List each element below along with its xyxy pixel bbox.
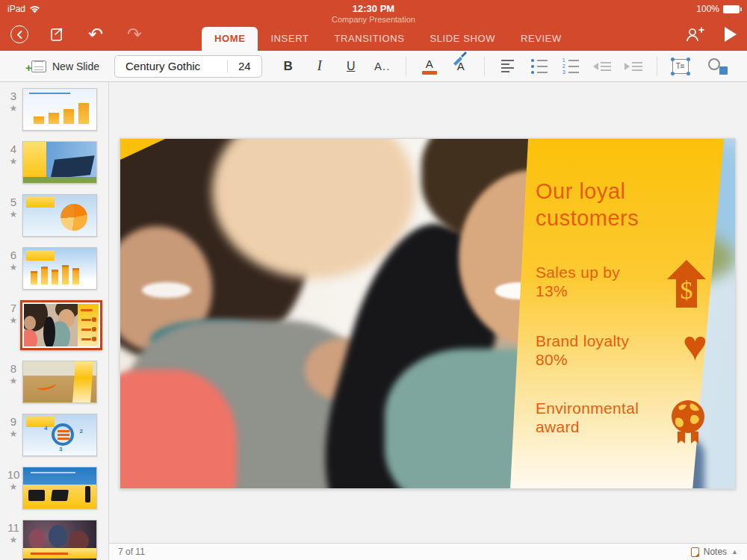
notes-label: Notes <box>704 547 727 557</box>
thumbnail-row-6: 6★ <box>0 247 108 290</box>
font-size-button[interactable]: 24 <box>227 60 261 72</box>
undo-button[interactable]: ↶ <box>85 24 106 45</box>
notes-icon <box>691 547 699 557</box>
star-icon: ★ <box>4 481 22 494</box>
selected-thumbnail-border <box>20 300 102 350</box>
italic-button[interactable]: I <box>304 54 335 79</box>
font-formatting-button[interactable]: A.. <box>367 54 398 79</box>
star-icon: ★ <box>4 375 22 388</box>
notes-toggle[interactable]: Notes ▲ <box>691 547 738 557</box>
divider <box>657 57 657 76</box>
format-toolbar: + New Slide Century Gothic 24 B I U A.. … <box>0 51 747 82</box>
battery-icon <box>723 5 740 13</box>
page-indicator: 7 of 11 <box>118 547 145 557</box>
ribbon-right-controls <box>684 24 737 45</box>
slide-canvas: Our loyal customers Sales up by 13% $ Br… <box>109 82 747 543</box>
slide-number: 4 <box>4 143 22 155</box>
slide-thumbnail-6[interactable] <box>22 247 97 290</box>
numbered-list-button[interactable]: 1 2 3 <box>555 54 586 79</box>
bullet-loyalty[interactable]: Brand loyalty 80% ♥ <box>536 332 707 369</box>
star-icon: ★ <box>4 208 22 221</box>
outdent-button[interactable] <box>586 54 618 79</box>
dollar-arrow-icon: $ <box>666 260 707 308</box>
bullet-award[interactable]: Environmental award <box>536 399 707 451</box>
slide-thumbnail-panel: 3★ 4★ 5★ 6★ 7★ <box>0 82 109 560</box>
font-picker: Century Gothic 24 <box>114 55 262 78</box>
thumbnail-row-9: 9★ 423 <box>0 414 108 456</box>
slide-number: 6 <box>4 249 22 261</box>
slide-thumbnail-8[interactable] <box>22 361 97 403</box>
clock: 12:30 PM <box>0 3 747 14</box>
tab-review[interactable]: REVIEW <box>508 27 574 51</box>
bullet-sales[interactable]: Sales up by 13% $ <box>536 263 707 308</box>
font-name-button[interactable]: Century Gothic <box>115 60 227 72</box>
collapse-arrow-icon: ▲ <box>731 548 738 556</box>
new-slide-label: New Slide <box>52 60 99 72</box>
app-header: iPad 12:30 PM Company Presentation 100% … <box>0 0 747 51</box>
slide-thumbnail-9[interactable]: 423 <box>22 414 97 456</box>
slide-number: 9 <box>4 415 22 428</box>
thumbnail-row-4: 4★ <box>0 141 108 184</box>
thumbnail-row-11: 11★ <box>0 520 108 560</box>
play-slideshow-button[interactable] <box>725 27 737 42</box>
bold-button[interactable]: B <box>273 54 304 79</box>
star-icon: ★ <box>4 102 22 115</box>
thumbnail-row-7: 7★ <box>0 300 108 350</box>
heart-icon: ♥ <box>683 327 707 364</box>
slide-number: 8 <box>4 362 22 375</box>
star-icon: ★ <box>4 534 22 547</box>
tab-transitions[interactable]: TRANSITIONS <box>321 27 417 51</box>
slide-title[interactable]: Our loyal customers <box>536 178 707 232</box>
insert-shape-button[interactable] <box>702 54 734 79</box>
indent-button[interactable] <box>618 54 649 79</box>
divider <box>484 57 485 76</box>
battery-percent: 100% <box>696 4 719 14</box>
bullet-loyalty-text: Brand loyalty 80% <box>536 332 648 369</box>
slide-thumbnail-10[interactable] <box>22 467 97 509</box>
slide-number: 11 <box>4 521 22 534</box>
thumbnail-row-8: 8★ <box>0 361 108 403</box>
slide-number: 3 <box>4 90 22 102</box>
star-icon: ★ <box>4 155 22 168</box>
new-slide-icon: + <box>31 60 46 72</box>
divider <box>406 57 406 76</box>
status-footer: 7 of 11 Notes ▲ <box>109 543 747 560</box>
star-icon: ★ <box>4 261 22 274</box>
brush-icon <box>451 51 468 66</box>
slide-thumbnail-5[interactable] <box>22 194 97 237</box>
slide-thumbnail-4[interactable] <box>22 141 97 184</box>
slide-number: 10 <box>4 468 22 481</box>
bullet-sales-text: Sales up by 13% <box>536 263 648 300</box>
font-color-label: A <box>426 58 433 69</box>
insert-textbox-button[interactable]: T≡ <box>665 54 696 79</box>
ribbon-left-controls: ↶ ↷ <box>10 24 145 45</box>
globe-award-icon <box>669 399 707 451</box>
ribbon-tabs: HOME INSERT TRANSITIONS SLIDE SHOW REVIE… <box>202 27 574 51</box>
underline-button[interactable]: U <box>335 54 367 79</box>
align-button[interactable] <box>492 54 524 79</box>
tab-home[interactable]: HOME <box>202 27 258 51</box>
bullets-button[interactable] <box>524 54 555 79</box>
thumbnail-row-3: 3★ <box>0 88 108 131</box>
tab-insert[interactable]: INSERT <box>258 27 321 51</box>
star-icon: ★ <box>4 428 22 441</box>
add-person-button[interactable] <box>684 24 705 45</box>
slide-thumbnail-3[interactable] <box>22 88 97 131</box>
slide-number: 5 <box>4 196 22 208</box>
tab-slide-show[interactable]: SLIDE SHOW <box>417 27 508 51</box>
document-title: Company Presentation <box>0 15 747 24</box>
format-painter-button[interactable]: A <box>445 54 477 79</box>
status-right: 100% <box>696 4 740 14</box>
svg-text:$: $ <box>681 276 693 304</box>
current-slide[interactable]: Our loyal customers Sales up by 13% $ Br… <box>120 138 736 489</box>
textbox-icon-label: T <box>676 62 681 70</box>
font-color-swatch <box>422 71 437 75</box>
redo-button[interactable]: ↷ <box>124 24 145 45</box>
new-slide-button[interactable]: + New Slide <box>31 60 99 72</box>
back-button[interactable] <box>10 25 28 43</box>
slide-thumbnail-7-selected[interactable] <box>24 304 99 346</box>
slide-thumbnail-11[interactable] <box>22 520 97 560</box>
share-file-button[interactable] <box>46 24 67 45</box>
thumbnail-row-10: 10★ <box>0 467 108 509</box>
font-color-button[interactable]: A <box>414 54 445 79</box>
